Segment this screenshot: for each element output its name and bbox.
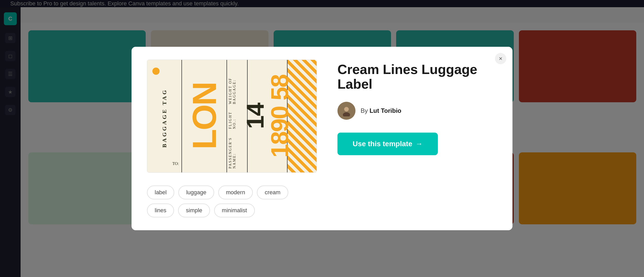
tag-lines[interactable]: lines [147, 204, 174, 217]
author-row: By Lut Toribio [337, 102, 497, 120]
use-template-button[interactable]: Use this template → [337, 133, 438, 155]
modal-dialog: × BAGGAGE TAG TO: LON WEIGHT OF BAGGAGE: [132, 47, 512, 230]
tags-container: label luggage modern cream lines simple … [147, 186, 317, 217]
number-orange: 1890 58 [267, 75, 292, 158]
svg-point-1 [343, 112, 350, 116]
author-avatar [337, 102, 355, 120]
label-section-destination: LON [182, 60, 227, 172]
tag-modern[interactable]: modern [218, 186, 253, 199]
svg-point-0 [344, 107, 349, 112]
arrow-icon: → [415, 140, 423, 148]
by-label: By Lut Toribio [361, 107, 401, 114]
tag-cream[interactable]: cream [257, 186, 288, 199]
info-panel: Cream Lines Luggage Label By Lut Toribio [337, 60, 497, 155]
weight-label: WEIGHT OF BAGGAGE: [228, 64, 246, 104]
label-section-baggage: BAGGAGE TAG TO: [147, 60, 182, 172]
passenger-label: PASSENGER'S NAME: [228, 132, 246, 169]
destination-text: LON [188, 83, 221, 149]
luggage-label-preview: BAGGAGE TAG TO: LON WEIGHT OF BAGGAGE: F… [147, 60, 317, 173]
label-to: TO: [172, 161, 179, 166]
tag-simple[interactable]: simple [178, 204, 210, 217]
use-template-label: Use this template [353, 140, 412, 148]
label-section-numbers: 14 1890 58 [248, 60, 288, 172]
author-name: Lut Toribio [370, 107, 402, 114]
label-circle [152, 68, 160, 75]
baggage-tag-text: BAGGAGE TAG [161, 89, 168, 148]
preview-container: BAGGAGE TAG TO: LON WEIGHT OF BAGGAGE: F… [147, 60, 317, 217]
tag-minimalist[interactable]: minimalist [214, 204, 255, 217]
close-icon: × [499, 55, 502, 62]
tag-luggage[interactable]: luggage [178, 186, 214, 199]
author-info: By Lut Toribio [361, 107, 401, 114]
tag-label[interactable]: label [147, 186, 174, 199]
number-black: 14 [243, 103, 267, 129]
close-button[interactable]: × [495, 53, 506, 64]
modal-backdrop: × BAGGAGE TAG TO: LON WEIGHT OF BAGGAGE: [0, 0, 644, 277]
modal-title: Cream Lines Luggage Label [337, 62, 497, 91]
